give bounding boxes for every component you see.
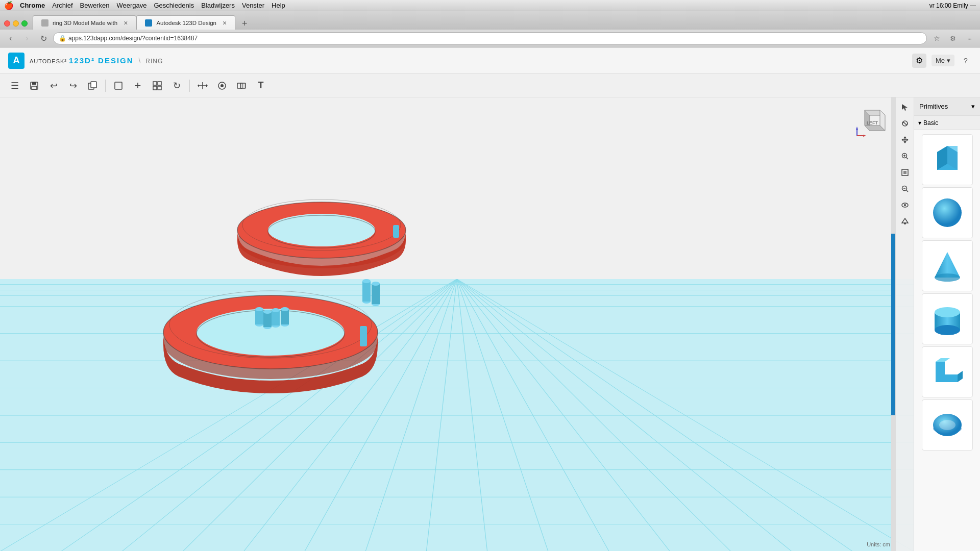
bottom-ring [163,291,378,393]
save-button[interactable] [26,77,43,94]
combine-button[interactable] [233,77,250,94]
lock-icon: 🔒 [59,35,66,42]
geschiedenis-menu[interactable]: Geschiedenis [154,2,194,9]
file-name: RING [145,58,163,65]
viewport[interactable]: LEFT Units: cm [0,97,914,551]
apple-logo-icon[interactable]: 🍎 [4,1,14,10]
svg-point-69 [272,308,280,312]
section-title: Basic [923,119,938,127]
bladwijzers-menu[interactable]: Bladwijzers [201,2,235,9]
svg-point-112 [935,325,960,335]
address-bar[interactable]: 🔒 apps.123dapp.com/design/?contentid=163… [53,32,927,44]
reload-button[interactable]: ↻ [37,32,50,45]
group-button[interactable] [213,77,231,94]
primitives-grid [914,130,980,455]
redo-button[interactable]: ↪ [64,77,82,94]
primitive-sphere[interactable] [922,187,973,238]
pan-tool-button[interactable] [897,132,913,147]
forward-button[interactable]: › [20,32,34,45]
svg-rect-17 [240,83,246,88]
menubar-right: vr 16:00 Emily — [929,2,976,9]
visible-tool-button[interactable] [897,197,913,213]
header-right: ⚙ Me ▾ ? [912,54,972,68]
view-controls [895,97,914,551]
svg-point-109 [935,273,960,282]
panel-header: Primitives ▾ [914,97,980,116]
tab-123d-design[interactable]: Autodesk 123D Design × [136,15,235,30]
tab-close-icon[interactable]: × [124,19,128,27]
orbit-tool-button[interactable] [897,116,913,131]
view-cube[interactable]: LEFT [854,103,890,138]
svg-rect-62 [255,309,263,324]
extensions-button[interactable]: ⚙ [946,32,960,45]
zoom-out-tool-button[interactable] [897,181,913,196]
zoom-tool-button[interactable] [897,148,913,164]
settings-button[interactable]: ⚙ [912,54,926,68]
minimize-window-button[interactable] [13,20,19,27]
blue-cylinders-right [362,279,380,306]
svg-point-49 [268,214,375,246]
viewport-scrollbar-thumb[interactable] [891,234,895,415]
svg-point-107 [933,198,962,227]
bewerken-menu[interactable]: Bewerken [80,2,110,9]
svg-marker-88 [902,104,908,111]
tab-favicon-active [145,19,152,27]
primitive-cylinder[interactable] [922,293,973,344]
help-menu[interactable]: Help [272,2,285,9]
viewport-scrollbar[interactable] [891,97,895,551]
weergave-menu[interactable]: Weergave [116,2,146,9]
panel-dropdown-icon[interactable]: ▾ [971,103,975,110]
add-button[interactable]: + [129,77,146,94]
svg-marker-114 [958,371,963,382]
help-button[interactable]: ? [960,55,972,67]
primitive-bracket[interactable] [922,346,973,397]
svg-rect-2 [32,86,37,89]
panel-section-basic[interactable]: ▾ Basic [914,116,980,130]
svg-marker-101 [902,218,908,223]
svg-marker-11 [198,84,199,87]
menu-browser-button[interactable]: ··· [963,32,976,45]
select-tool-button[interactable] [897,99,913,115]
product-name: 123D² DESIGN [69,56,134,65]
toolbar-sep-2 [189,80,190,92]
svg-point-66 [263,310,272,314]
new-tab-button[interactable]: + [237,17,252,30]
material-tool-button[interactable] [897,214,913,229]
modify-button[interactable] [194,77,211,94]
top-ring [237,199,406,276]
primitive-box[interactable] [922,134,973,185]
transform-button[interactable] [149,77,166,94]
sketch-button[interactable] [110,77,127,94]
svg-rect-8 [153,86,157,90]
chrome-menu[interactable]: Chrome [20,2,45,9]
svg-marker-87 [863,135,866,137]
svg-rect-65 [263,312,272,327]
tab-ring-model[interactable]: ring 3D Model Made with × [33,15,136,30]
me-label: Me [936,57,945,64]
units-label: Units: cm [867,541,890,547]
text-button[interactable]: T [252,77,270,94]
back-button[interactable]: ‹ [4,32,17,45]
svg-point-102 [904,222,906,224]
tab-active-close-icon[interactable]: × [223,19,227,27]
undo-button[interactable]: ↩ [45,77,62,94]
svg-rect-68 [272,310,280,325]
archief-menu[interactable]: Archief [52,2,72,9]
primitive-torus[interactable] [922,399,973,450]
menu-button[interactable]: ☰ [6,77,23,94]
venster-menu[interactable]: Venster [242,2,264,9]
3d-scene [0,97,914,551]
refresh-button[interactable]: ↻ [168,77,185,94]
clone-button[interactable] [84,77,101,94]
close-window-button[interactable] [4,20,10,27]
me-button[interactable]: Me ▾ [932,55,954,66]
primitive-cone[interactable] [922,240,973,291]
tab-title: ring 3D Model Made with [53,20,117,26]
logo-letter: A [13,55,20,66]
bookmark-button[interactable]: ☆ [930,32,943,45]
svg-rect-53 [393,225,399,238]
fit-tool-button[interactable] [897,165,913,180]
me-dropdown-icon: ▾ [947,57,950,64]
maximize-window-button[interactable] [21,20,28,27]
toolbar-sep-1 [105,80,106,92]
